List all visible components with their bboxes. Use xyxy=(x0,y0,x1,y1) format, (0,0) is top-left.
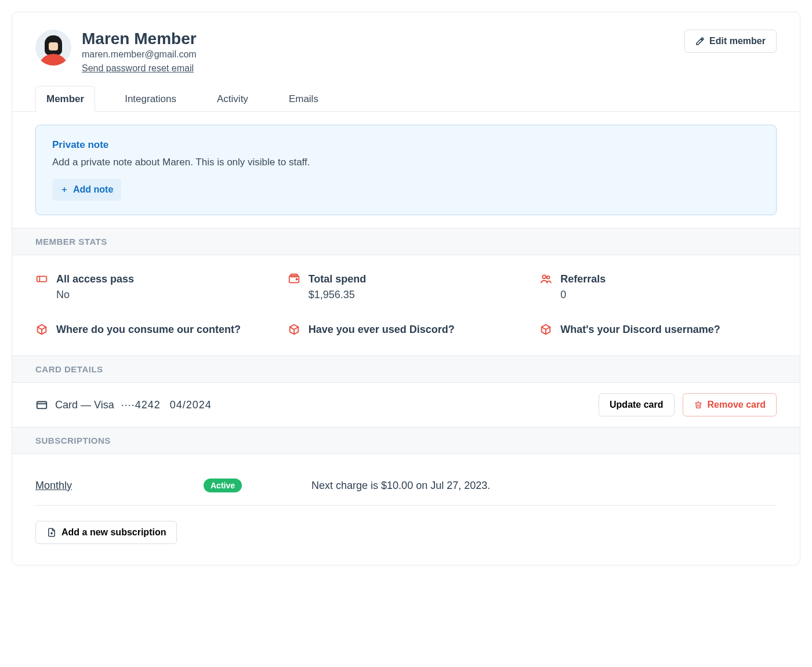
header: Maren Member maren.member@gmail.com Send… xyxy=(12,12,800,74)
card-last4: ····4242 xyxy=(121,399,161,411)
stat-value: $1,956.35 xyxy=(309,289,367,301)
stat-used-discord: Have you ever used Discord? xyxy=(288,322,525,337)
svg-point-3 xyxy=(296,278,297,280)
svg-point-4 xyxy=(543,275,546,278)
private-note-title: Private note xyxy=(52,139,760,151)
box-icon xyxy=(35,323,48,336)
subscription-name-link[interactable]: Monthly xyxy=(35,480,180,492)
member-detail-card: Maren Member maren.member@gmail.com Send… xyxy=(12,12,800,566)
stat-label: Have you ever used Discord? xyxy=(309,322,455,337)
stat-label: What's your Discord username? xyxy=(560,322,720,337)
stat-label: All access pass xyxy=(56,271,134,287)
update-card-label: Update card xyxy=(610,400,663,410)
stat-total-spend: Total spend $1,956.35 xyxy=(288,271,525,301)
stat-access-pass: All access pass No xyxy=(35,271,273,301)
stat-referrals: Referrals 0 xyxy=(539,271,777,301)
wallet-icon xyxy=(288,273,300,285)
password-reset-link[interactable]: Send password reset email xyxy=(82,63,194,73)
profile-block: Maren Member maren.member@gmail.com Send… xyxy=(35,30,197,74)
plus-icon xyxy=(60,186,68,194)
card-expiry: 04/2024 xyxy=(170,399,212,411)
add-subscription-label: Add a new subscription xyxy=(61,527,166,538)
add-subscription-button[interactable]: Add a new subscription xyxy=(35,521,177,544)
private-note-box: Private note Add a private note about Ma… xyxy=(35,125,777,215)
stat-label: Referrals xyxy=(560,271,606,287)
avatar xyxy=(35,30,71,66)
edit-member-label: Edit member xyxy=(709,36,766,46)
add-note-button[interactable]: Add note xyxy=(52,179,121,201)
box-icon xyxy=(288,323,300,336)
card-info: Card — Visa ····4242 04/2024 xyxy=(35,398,212,411)
tab-integrations[interactable]: Integrations xyxy=(114,86,187,112)
svg-rect-0 xyxy=(37,276,47,281)
section-card-details: CARD DETAILS xyxy=(12,356,800,383)
tab-emails[interactable]: Emails xyxy=(278,86,329,112)
box-icon xyxy=(539,323,552,336)
pencil-icon xyxy=(695,37,705,46)
stat-label: Where do you consume our content? xyxy=(56,322,241,337)
card-row: Card — Visa ····4242 04/2024 Update card… xyxy=(12,383,800,427)
credit-card-icon xyxy=(35,398,48,411)
stat-value: 0 xyxy=(560,289,606,301)
card-brand-text: Card — Visa xyxy=(55,399,114,411)
subscription-row: Monthly Active Next charge is $10.00 on … xyxy=(35,466,777,506)
trash-icon xyxy=(694,400,703,409)
remove-card-button[interactable]: Remove card xyxy=(683,393,777,416)
subscription-next-charge: Next charge is $10.00 on Jul 27, 2023. xyxy=(311,480,490,492)
users-icon xyxy=(539,273,552,285)
private-note-description: Add a private note about Maren. This is … xyxy=(52,157,760,168)
remove-card-label: Remove card xyxy=(708,400,766,410)
tab-member[interactable]: Member xyxy=(35,86,95,112)
section-subscriptions: SUBSCRIPTIONS xyxy=(12,427,800,454)
update-card-button[interactable]: Update card xyxy=(599,393,674,416)
section-member-stats: MEMBER STATS xyxy=(12,228,800,255)
tab-activity[interactable]: Activity xyxy=(206,86,259,112)
stats-grid: All access pass No Total spend $1,956.35… xyxy=(12,255,800,356)
edit-member-button[interactable]: Edit member xyxy=(684,30,777,53)
tabs: Member Integrations Activity Emails xyxy=(12,74,800,112)
ticket-icon xyxy=(35,273,48,285)
add-file-icon xyxy=(46,527,57,538)
member-email: maren.member@gmail.com xyxy=(82,49,197,60)
stat-consume-content: Where do you consume our content? xyxy=(35,322,273,337)
stat-discord-username: What's your Discord username? xyxy=(539,322,777,337)
svg-point-5 xyxy=(547,276,550,279)
stat-label: Total spend xyxy=(309,271,367,287)
status-badge: Active xyxy=(204,478,242,492)
stat-value: No xyxy=(56,289,134,301)
add-note-label: Add note xyxy=(73,184,113,195)
svg-rect-6 xyxy=(37,402,47,409)
member-name: Maren Member xyxy=(82,30,197,48)
